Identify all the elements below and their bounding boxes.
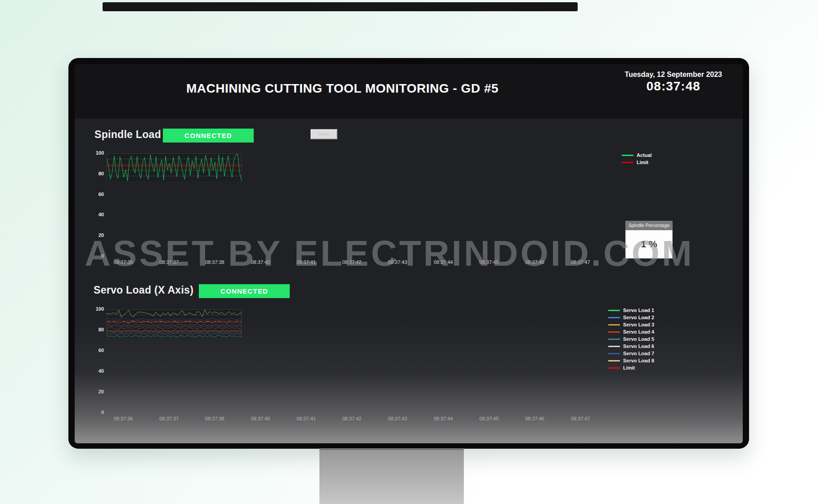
x-axis-tick: 08:37:38 xyxy=(199,416,230,421)
y-axis-tick: 0 xyxy=(91,410,104,415)
legend-item: Servo Load 4 xyxy=(608,329,654,335)
y-axis-tick: 100 xyxy=(91,150,104,156)
x-axis-tick: 08:37:45 xyxy=(473,416,505,421)
legend-label: Servo Load 1 xyxy=(623,308,654,313)
servo-load-chart: 02040608010008:37:3608:37:3708:37:3808:3… xyxy=(91,304,640,430)
x-axis-tick: 08:37:47 xyxy=(565,259,596,265)
legend-swatch xyxy=(608,360,620,361)
y-axis-tick: 40 xyxy=(91,368,104,374)
y-axis-tick: 60 xyxy=(91,348,104,353)
y-axis-tick: 40 xyxy=(91,212,104,217)
spindle-status-badge: CONNECTED xyxy=(163,129,254,143)
legend-item: Servo Load 8 xyxy=(608,358,654,363)
y-axis-tick: 80 xyxy=(91,171,104,176)
x-axis-tick: 08:37:44 xyxy=(427,259,459,265)
legend-swatch xyxy=(622,162,633,163)
y-axis-tick: 20 xyxy=(91,389,104,394)
legend-item: Servo Load 5 xyxy=(608,336,654,342)
x-axis-tick: 08:37:42 xyxy=(336,416,368,421)
servo-chart-legend: Servo Load 1Servo Load 2Servo Load 3Serv… xyxy=(608,308,654,370)
x-axis-tick: 08:37:47 xyxy=(565,416,596,421)
legend-swatch xyxy=(608,353,620,354)
header-clock: Tuesday, 12 September 2023 08:37:48 xyxy=(625,71,722,94)
legend-item: Servo Load 7 xyxy=(608,351,654,356)
y-axis-tick: 20 xyxy=(91,232,104,238)
legend-label: Servo Load 3 xyxy=(623,322,654,327)
header: MACHINING CUTTING TOOL MONITORING - GD #… xyxy=(75,64,743,119)
legend-item: Servo Load 3 xyxy=(608,322,654,327)
legend-item: Limit xyxy=(622,160,652,165)
spindle-percentage-value: 1 % xyxy=(625,230,673,259)
spindle-load-chart: 02040608010008:37:3608:37:3708:37:3808:3… xyxy=(91,148,640,274)
legend-label: Limit xyxy=(623,365,635,370)
x-axis-tick: 08:37:46 xyxy=(519,416,551,421)
servo-status-badge: CONNECTED xyxy=(199,284,290,298)
legend-label: Servo Load 2 xyxy=(623,315,654,320)
x-axis-tick: 08:37:36 xyxy=(108,259,139,265)
legend-swatch xyxy=(608,310,620,311)
spindle-chart-legend: ActualLimit xyxy=(622,152,652,165)
legend-item: Servo Load 2 xyxy=(608,315,654,320)
legend-swatch xyxy=(608,346,620,347)
legend-swatch xyxy=(608,339,620,340)
x-axis-tick: 08:37:41 xyxy=(290,416,322,421)
servo-load-label: Servo Load (X Axis) xyxy=(94,284,193,296)
legend-item: Servo Load 1 xyxy=(608,308,654,313)
x-axis-tick: 08:37:46 xyxy=(519,259,551,265)
spindle-load-label: Spindle Load xyxy=(94,129,161,141)
servo-chart-plot xyxy=(107,309,242,339)
x-axis-tick: 08:37:44 xyxy=(427,416,459,421)
spindle-percentage-label: Spindle Percentage xyxy=(625,221,673,230)
x-axis-tick: 08:37:42 xyxy=(336,259,368,265)
spindle-chart-plot xyxy=(107,153,242,183)
dashboard-screen: MACHINING CUTTING TOOL MONITORING - GD #… xyxy=(75,64,743,443)
y-axis-tick: 0 xyxy=(91,253,104,259)
y-axis-tick: 80 xyxy=(91,327,104,332)
x-axis-tick: 08:37:37 xyxy=(153,259,185,265)
legend-swatch xyxy=(608,367,620,369)
legend-label: Limit xyxy=(637,160,648,165)
legend-label: Servo Load 6 xyxy=(623,343,654,349)
page-title: MACHINING CUTTING TOOL MONITORING - GD #… xyxy=(75,81,610,96)
reset-button[interactable]: Reset xyxy=(310,129,337,139)
x-axis-tick: 08:37:40 xyxy=(245,259,276,265)
legend-item: Limit xyxy=(608,365,654,370)
header-date: Tuesday, 12 September 2023 xyxy=(625,71,722,79)
header-time: 08:37:48 xyxy=(625,79,722,94)
x-axis-tick: 08:37:36 xyxy=(108,416,139,421)
y-axis-tick: 60 xyxy=(91,192,104,197)
legend-swatch xyxy=(608,331,620,333)
legend-label: Servo Load 4 xyxy=(623,329,654,335)
legend-label: Servo Load 5 xyxy=(623,336,654,342)
x-axis-tick: 08:37:38 xyxy=(199,259,230,265)
legend-swatch xyxy=(622,155,633,156)
legend-item: Servo Load 6 xyxy=(608,343,654,349)
y-axis-tick: 100 xyxy=(91,306,104,312)
x-axis-tick: 08:37:37 xyxy=(153,416,185,421)
x-axis-tick: 08:37:43 xyxy=(382,416,413,421)
x-axis-tick: 08:37:43 xyxy=(382,259,413,265)
legend-swatch xyxy=(608,317,620,318)
x-axis-tick: 08:37:40 xyxy=(245,416,276,421)
legend-label: Servo Load 7 xyxy=(623,351,654,356)
x-axis-tick: 08:37:41 xyxy=(290,259,322,265)
legend-label: Servo Load 8 xyxy=(623,358,654,363)
legend-label: Actual xyxy=(637,152,652,158)
legend-item: Actual xyxy=(622,152,652,158)
x-axis-tick: 08:37:45 xyxy=(473,259,505,265)
monitor-frame: MACHINING CUTTING TOOL MONITORING - GD #… xyxy=(68,58,749,449)
monitor-stand xyxy=(319,448,464,504)
backdrop-light-bar xyxy=(103,2,578,11)
spindle-percentage-indicator: Spindle Percentage 1 % xyxy=(625,221,673,259)
legend-swatch xyxy=(608,324,620,326)
